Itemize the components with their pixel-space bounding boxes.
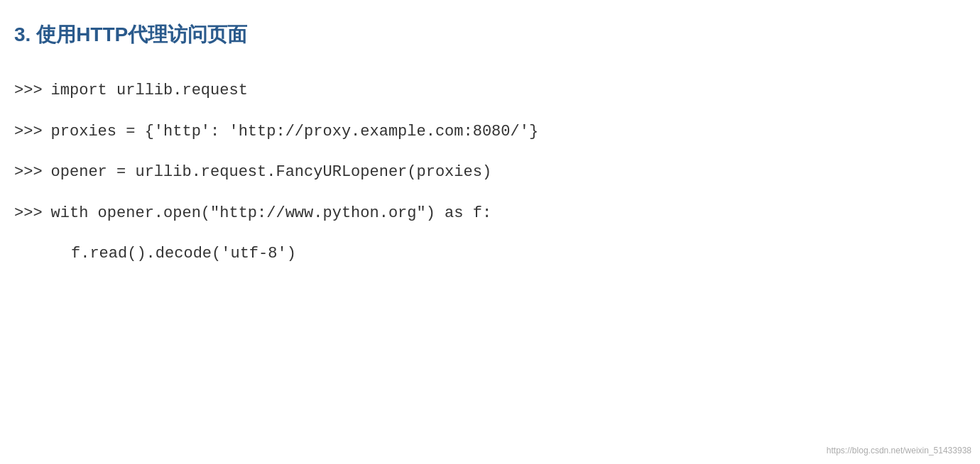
prompt-4: >>> — [14, 199, 43, 228]
prompt-1: >>> — [14, 77, 43, 105]
code-text-4: with opener.open("http://www.python.org"… — [51, 199, 492, 228]
section-title: 3. 使用HTTP代理访问页面 — [14, 21, 952, 48]
code-line-1: >>> import urllib.request — [14, 77, 952, 105]
watermark: https://blog.csdn.net/weixin_51433938 — [827, 446, 971, 455]
code-text-5: f.read().decode('utf-8') — [71, 240, 296, 268]
code-text-3: opener = urllib.request.FancyURLopener(p… — [51, 158, 492, 187]
prompt-3: >>> — [14, 158, 43, 187]
code-block: >>> import urllib.request >>> proxies = … — [14, 77, 952, 268]
code-text-1: import urllib.request — [51, 77, 248, 105]
page-container: 3. 使用HTTP代理访问页面 >>> import urllib.reques… — [0, 0, 980, 464]
code-line-5: f.read().decode('utf-8') — [14, 240, 952, 268]
code-line-2: >>> proxies = {'http': 'http://proxy.exa… — [14, 118, 952, 146]
code-text-2: proxies = {'http': 'http://proxy.example… — [51, 118, 539, 146]
code-line-4: >>> with opener.open("http://www.python.… — [14, 199, 952, 228]
code-line-3: >>> opener = urllib.request.FancyURLopen… — [14, 158, 952, 187]
prompt-2: >>> — [14, 118, 43, 146]
